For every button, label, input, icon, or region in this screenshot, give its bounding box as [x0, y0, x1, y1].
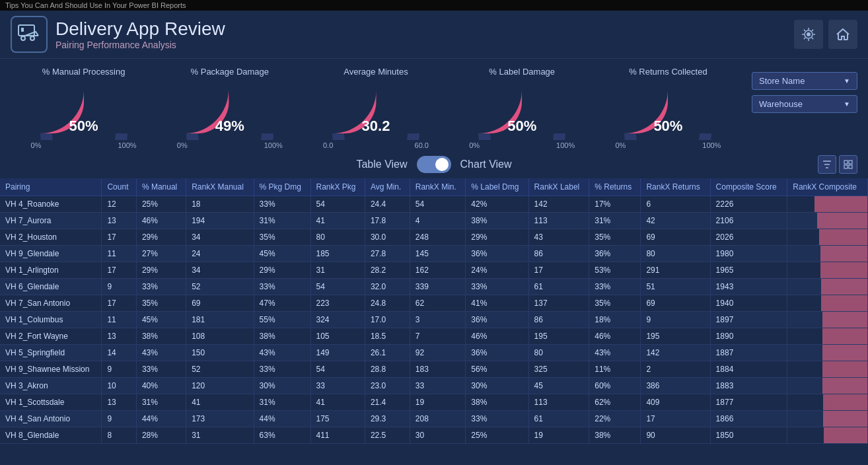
table-cell: 30.0 [365, 229, 410, 246]
table-cell: 33% [466, 411, 528, 427]
table-header[interactable]: Composite Score [710, 178, 787, 196]
chevron-icon: ▼ [844, 77, 850, 85]
table-cell: 23.0 [365, 378, 410, 394]
table-cell: 17 [102, 262, 136, 279]
table-header[interactable]: % Manual [136, 178, 186, 196]
gauge-max-2: 60.0 [415, 141, 429, 149]
gauge-max-4: 100% [702, 141, 721, 149]
table-header[interactable]: Count [102, 178, 136, 196]
table-filter-icon[interactable] [818, 155, 836, 174]
table-cell: 86 [528, 312, 589, 328]
table-cell: 2106 [710, 213, 787, 229]
table-cell: 195 [641, 328, 710, 345]
table-cell: 54 [410, 196, 466, 213]
table-cell [787, 394, 868, 411]
table-cell: 30% [254, 378, 310, 394]
table-cell: 21.4 [365, 394, 410, 411]
app-title-block: Delivery App Review Pairing Performance … [55, 18, 794, 50]
table-cell: 41 [186, 394, 254, 411]
table-cell: 1887 [710, 345, 787, 361]
table-cell: 52 [186, 361, 254, 378]
table-cell: 31% [254, 213, 310, 229]
table-cell: 145 [410, 246, 466, 262]
table-cell: 43% [136, 345, 186, 361]
table-header[interactable]: Avg Min. [365, 178, 410, 196]
table-cell: 47% [254, 295, 310, 312]
table-cell: 28.8 [365, 361, 410, 378]
svg-point-2 [21, 36, 25, 40]
table-cell [787, 345, 868, 361]
table-header[interactable]: RankX Label [528, 178, 589, 196]
table-cell: 41 [310, 213, 365, 229]
gauge-wrap-0: 50% [31, 81, 137, 140]
table-cell: VH 1_Arlington [0, 262, 102, 279]
table-cell: VH 2_Fort Wayne [0, 328, 102, 345]
gauge-title-1: % Package Damage [191, 67, 270, 77]
table-cell [787, 196, 868, 213]
table-header[interactable]: RankX Manual [186, 178, 254, 196]
table-cell: 17% [589, 196, 641, 213]
gauge-value-2: 30.2 [362, 118, 390, 135]
table-cell: 10 [102, 378, 136, 394]
table-cell: 18.5 [365, 328, 410, 345]
table-cell: 208 [410, 411, 466, 427]
table-cell: 36% [466, 345, 528, 361]
table-cell: 31 [186, 427, 254, 444]
table-cell: 52 [186, 279, 254, 295]
gauge-labels-3: 0% 100% [469, 141, 575, 149]
table-cell: 38% [466, 213, 528, 229]
filter-dropdown-0[interactable]: Store Name▼ [752, 72, 857, 90]
table-cell: VH 4_Roanoke [0, 196, 102, 213]
table-cell: 43% [254, 345, 310, 361]
table-cell: 63% [254, 427, 310, 444]
table-cell: 1980 [710, 246, 787, 262]
table-expand-icon[interactable] [839, 155, 857, 174]
table-header[interactable]: % Pkg Dmg [254, 178, 310, 196]
table-cell: 183 [410, 361, 466, 378]
gauge-title-3: % Label Damage [489, 67, 555, 77]
top-bar-text: Tips You Can And Should Use In Your Powe… [5, 1, 186, 9]
table-cell: 62% [589, 394, 641, 411]
table-cell: 28% [136, 427, 186, 444]
table-cell: 24.8 [365, 295, 410, 312]
table-cell: 33 [310, 378, 365, 394]
table-cell: 44% [254, 411, 310, 427]
table-cell: 17.8 [365, 213, 410, 229]
table-header[interactable]: RankX Min. [410, 178, 466, 196]
table-cell: 9 [102, 411, 136, 427]
gauge-wrap-1: 49% [177, 81, 283, 140]
table-header[interactable]: RankX Returns [641, 178, 710, 196]
filter-dropdown-1[interactable]: Warehouse▼ [752, 95, 857, 113]
view-toggle[interactable] [417, 156, 451, 173]
table-cell: 33% [254, 279, 310, 295]
table-cell: 29% [466, 229, 528, 246]
table-header[interactable]: % Label Dmg [466, 178, 528, 196]
table-row: VH 7_Aurora1346%19431%4117.8438%11331%42… [0, 213, 868, 229]
table-cell: 43 [528, 229, 589, 246]
table-header[interactable]: Pairing [0, 178, 102, 196]
gauge-labels-1: 0% 100% [177, 141, 283, 149]
table-cell: 36% [466, 246, 528, 262]
table-header[interactable]: RankX Pkg [310, 178, 365, 196]
gauges-row: % Manual Processing 50% 0% 100% % Packag… [11, 67, 741, 149]
table-cell: VH 6_Glendale [0, 279, 102, 295]
table-cell: 36% [589, 246, 641, 262]
table-header[interactable]: % Returns [589, 178, 641, 196]
table-cell: 291 [641, 262, 710, 279]
table-cell: 113 [528, 394, 589, 411]
home-button[interactable] [828, 20, 857, 49]
filter-settings-button[interactable] [794, 20, 823, 49]
table-cell: 56% [466, 361, 528, 378]
table-header[interactable]: RankX Composite [787, 178, 868, 196]
table-cell: 45 [528, 378, 589, 394]
table-cell: VH 7_Aurora [0, 213, 102, 229]
table-cell: 120 [186, 378, 254, 394]
gauge-3: % Label Damage 50% 0% 100% [449, 67, 595, 149]
table-cell: 248 [410, 229, 466, 246]
table-cell: 1897 [710, 312, 787, 328]
gauge-title-0: % Manual Processing [42, 67, 126, 77]
table-cell: 31 [310, 262, 365, 279]
svg-rect-8 [844, 165, 848, 168]
table-cell: 1877 [710, 394, 787, 411]
gauge-min-2: 0.0 [323, 141, 333, 149]
